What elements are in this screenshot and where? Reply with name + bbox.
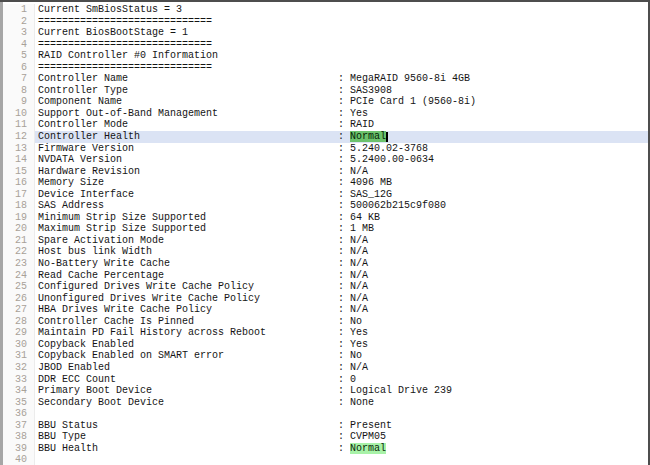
line-number: 30: [3, 339, 35, 351]
field-value: Logical Drive 239: [350, 385, 452, 396]
line-text[interactable]: Copyback Enabled: Yes: [35, 339, 648, 351]
line-number: 14: [3, 154, 35, 166]
field-value: N/A: [350, 270, 368, 281]
field-value: CVPM05: [350, 431, 386, 442]
line-number: 2: [3, 16, 35, 28]
line-text[interactable]: Current BiosBootStage = 1: [35, 27, 648, 39]
line-text[interactable]: Maintain PD Fail History across Reboot: …: [35, 327, 648, 339]
line-text[interactable]: DDR ECC Count: 0: [35, 374, 648, 386]
line-text[interactable]: Current SmBiosStatus = 3: [35, 4, 648, 16]
field-value: N/A: [350, 258, 368, 269]
field-value: N/A: [350, 281, 368, 292]
line-text[interactable]: Component Name: PCIe Card 1 (9560-8i): [35, 96, 648, 108]
line-text[interactable]: =============================: [35, 39, 648, 51]
code-line: 11Controller Mode: RAID: [3, 119, 648, 131]
line-text[interactable]: Unonfigured Drives Write Cache Policy: N…: [35, 293, 648, 305]
line-number: 11: [3, 119, 35, 131]
line-text[interactable]: BBU Type: CVPM05: [35, 431, 648, 443]
line-text[interactable]: Controller Mode: RAID: [35, 119, 648, 131]
field-label: JBOD Enabled: [38, 362, 338, 374]
field-label: Device Interface: [38, 189, 338, 201]
line-text[interactable]: Device Interface: SAS_12G: [35, 189, 648, 201]
line-text[interactable]: =============================: [35, 16, 648, 28]
field-value: Yes: [350, 339, 368, 350]
field-label: Minimum Strip Size Supported: [38, 212, 338, 224]
code-line: 39BBU Health: Normal: [3, 443, 648, 455]
line-text[interactable]: Support Out-of-Band Management: Yes: [35, 108, 648, 120]
line-text[interactable]: No-Battery Write Cache: N/A: [35, 258, 648, 270]
field-label: Spare Activation Mode: [38, 235, 338, 247]
line-number: 27: [3, 304, 35, 316]
field-value: 4096 MB: [350, 177, 392, 188]
field-value: N/A: [350, 166, 368, 177]
field-label: Controller Health: [38, 131, 338, 143]
line-text[interactable]: [35, 454, 648, 465]
code-line: 38BBU Type: CVPM05: [3, 431, 648, 443]
line-text[interactable]: HBA Drives Write Cache Policy: N/A: [35, 304, 648, 316]
line-text[interactable]: Firmware Version: 5.240.02-3768: [35, 143, 648, 155]
line-text[interactable]: Maximum Strip Size Supported: 1 MB: [35, 223, 648, 235]
code-line: 25Configured Drives Write Cache Policy: …: [3, 281, 648, 293]
line-text[interactable]: Spare Activation Mode: N/A: [35, 235, 648, 247]
line-text[interactable]: [35, 408, 648, 420]
log-viewer: 1Current SmBiosStatus = 32==============…: [0, 0, 650, 465]
line-text[interactable]: Secondary Boot Device: None: [35, 397, 648, 409]
code-line: 23No-Battery Write Cache: N/A: [3, 258, 648, 270]
code-lines-container: 1Current SmBiosStatus = 32==============…: [3, 2, 648, 465]
code-line: 15Hardware Revision: N/A: [3, 166, 648, 178]
line-text[interactable]: Hardware Revision: N/A: [35, 166, 648, 178]
line-text[interactable]: Minimum Strip Size Supported: 64 KB: [35, 212, 648, 224]
field-value: N/A: [350, 304, 368, 315]
line-text[interactable]: Primary Boot Device: Logical Drive 239: [35, 385, 648, 397]
line-text[interactable]: JBOD Enabled: N/A: [35, 362, 648, 374]
line-text[interactable]: Read Cache Percentage: N/A: [35, 270, 648, 282]
line-text[interactable]: RAID Controller #0 Information: [35, 50, 648, 62]
field-label: SAS Address: [38, 200, 338, 212]
line-number: 26: [3, 293, 35, 305]
field-label: Controller Type: [38, 85, 338, 97]
line-text[interactable]: Controller Health: Normal: [35, 131, 648, 143]
code-line: 8Controller Type: SAS3908: [3, 85, 648, 97]
line-text[interactable]: Controller Type: SAS3908: [35, 85, 648, 97]
field-value: Yes: [350, 108, 368, 119]
line-text[interactable]: Host bus link Width: N/A: [35, 246, 648, 258]
line-text[interactable]: BBU Health: Normal: [35, 443, 648, 455]
code-line: 5RAID Controller #0 Information: [3, 50, 648, 62]
line-text[interactable]: NVDATA Version: 5.2400.00-0634: [35, 154, 648, 166]
code-line: 7Controller Name: MegaRAID 9560-8i 4GB: [3, 73, 648, 85]
line-number: 5: [3, 50, 35, 62]
line-number: 20: [3, 223, 35, 235]
line-number: 28: [3, 316, 35, 328]
code-line: 24Read Cache Percentage: N/A: [3, 270, 648, 282]
field-value: Present: [350, 420, 392, 431]
field-value: SAS_12G: [350, 189, 392, 200]
line-number: 36: [3, 408, 35, 420]
code-line: 28Controller Cache Is Pinned: No: [3, 316, 648, 328]
field-label: Maximum Strip Size Supported: [38, 223, 338, 235]
code-line: 3Current BiosBootStage = 1: [3, 27, 648, 39]
code-line: 13Firmware Version: 5.240.02-3768: [3, 143, 648, 155]
line-number: 18: [3, 200, 35, 212]
line-number: 35: [3, 397, 35, 409]
line-text[interactable]: Controller Name: MegaRAID 9560-8i 4GB: [35, 73, 648, 85]
field-value: MegaRAID 9560-8i 4GB: [350, 73, 470, 84]
line-text[interactable]: Copyback Enabled on SMART error: No: [35, 350, 648, 362]
line-number: 7: [3, 73, 35, 85]
line-text[interactable]: Controller Cache Is Pinned: No: [35, 316, 648, 328]
code-line: 2=============================: [3, 16, 648, 28]
code-line: 27HBA Drives Write Cache Policy: N/A: [3, 304, 648, 316]
line-text[interactable]: Configured Drives Write Cache Policy: N/…: [35, 281, 648, 293]
line-text[interactable]: Memory Size: 4096 MB: [35, 177, 648, 189]
line-number: 24: [3, 270, 35, 282]
field-label: Controller Cache Is Pinned: [38, 316, 338, 328]
code-line: 35Secondary Boot Device: None: [3, 397, 648, 409]
text-cursor: [386, 132, 388, 142]
field-value: 5.240.02-3768: [350, 143, 428, 154]
line-text[interactable]: SAS Address: 500062b215c9f080: [35, 200, 648, 212]
code-line: 26Unonfigured Drives Write Cache Policy:…: [3, 293, 648, 305]
field-label: Firmware Version: [38, 143, 338, 155]
line-number: 22: [3, 246, 35, 258]
line-text[interactable]: =============================: [35, 62, 648, 74]
field-label: Copyback Enabled: [38, 339, 338, 351]
line-text[interactable]: BBU Status: Present: [35, 420, 648, 432]
